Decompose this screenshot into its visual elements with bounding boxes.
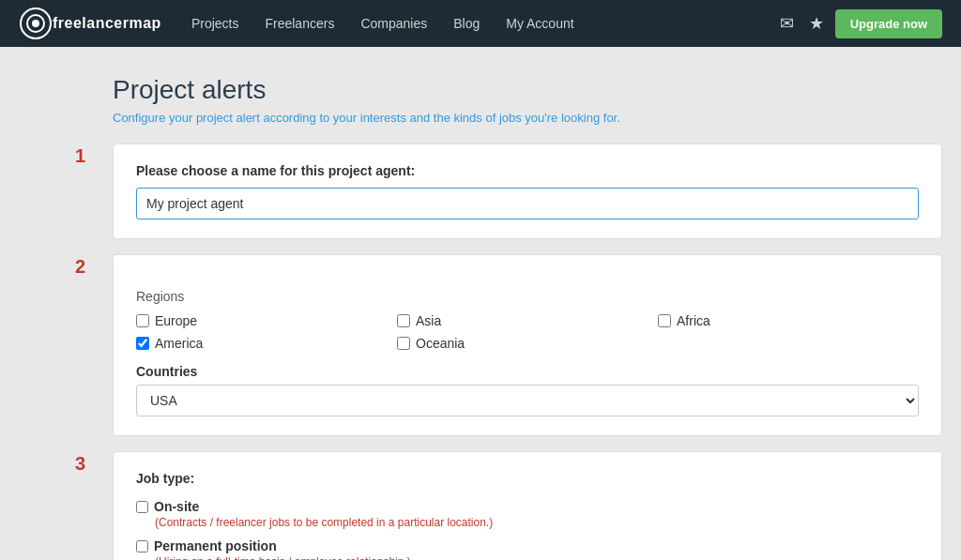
countries-select[interactable]: USA Canada UK Germany xyxy=(136,385,919,416)
logo-text: freelancermap xyxy=(53,15,161,32)
nav-freelancers[interactable]: Freelancers xyxy=(253,10,345,37)
navbar: freelancermap Projects Freelancers Compa… xyxy=(0,0,961,47)
job-type-permanent: Permanent position (Hiring on a full-tim… xyxy=(136,538,919,560)
region-europe[interactable]: Europe xyxy=(136,313,397,328)
page-title-section: Project alerts Configure your project al… xyxy=(75,75,942,125)
logo-icon xyxy=(19,7,53,40)
step2-wrapper: 2 Regions Europe Asia Africa xyxy=(75,254,942,436)
step2-number: 2 xyxy=(75,256,113,278)
job-type-permanent-desc: (Hiring on a full-time basis / employee … xyxy=(155,555,919,560)
region-america[interactable]: America xyxy=(136,336,397,351)
regions-title: Regions xyxy=(136,289,919,304)
step3-card: Job type: On-site (Contracts / freelance… xyxy=(113,451,942,560)
mail-icon[interactable]: ✉ xyxy=(780,13,794,34)
region-asia-checkbox[interactable] xyxy=(397,314,410,327)
svg-point-2 xyxy=(32,20,39,27)
nav-links: Projects Freelancers Companies Blog My A… xyxy=(180,10,780,37)
agent-name-input[interactable] xyxy=(136,188,919,219)
nav-projects[interactable]: Projects xyxy=(180,10,251,37)
page-title: Project alerts xyxy=(113,75,942,105)
step3-wrapper: 3 Job type: On-site (Contracts / freelan… xyxy=(75,451,942,560)
nav-blog[interactable]: Blog xyxy=(442,10,491,37)
agent-name-label: Please choose a name for this project ag… xyxy=(136,163,919,178)
star-icon[interactable]: ★ xyxy=(809,13,824,34)
step3-number: 3 xyxy=(75,453,113,475)
step1-wrapper: 1 Please choose a name for this project … xyxy=(75,144,942,239)
nav-icons: ✉ ★ xyxy=(780,13,824,34)
nav-companies[interactable]: Companies xyxy=(349,10,438,37)
region-africa-checkbox[interactable] xyxy=(658,314,671,327)
job-type-onsite: On-site (Contracts / freelancer jobs to … xyxy=(136,499,919,529)
nav-my-account[interactable]: My Account xyxy=(495,10,585,37)
logo[interactable]: freelancermap xyxy=(19,7,161,40)
region-oceania-label: Oceania xyxy=(416,336,465,351)
region-oceania[interactable]: Oceania xyxy=(397,336,658,351)
page-wrapper: Project alerts Configure your project al… xyxy=(0,47,961,560)
region-asia-label: Asia xyxy=(416,313,441,328)
region-america-checkbox[interactable] xyxy=(136,337,149,350)
job-type-onsite-label: On-site xyxy=(154,499,199,514)
region-america-label: America xyxy=(155,336,203,351)
region-europe-label: Europe xyxy=(155,313,197,328)
job-type-onsite-desc: (Contracts / freelancer jobs to be compl… xyxy=(155,516,919,529)
step2-card: Regions Europe Asia Africa A xyxy=(113,254,942,436)
regions-grid: Europe Asia Africa America Oceania xyxy=(136,313,919,351)
countries-label: Countries xyxy=(136,364,919,379)
region-europe-checkbox[interactable] xyxy=(136,314,149,327)
job-type-onsite-checkbox[interactable] xyxy=(136,501,148,513)
region-oceania-checkbox[interactable] xyxy=(397,337,410,350)
step1-card: Please choose a name for this project ag… xyxy=(113,144,942,239)
region-africa[interactable]: Africa xyxy=(658,313,919,328)
region-asia[interactable]: Asia xyxy=(397,313,658,328)
step1-number: 1 xyxy=(75,145,113,167)
job-type-label: Job type: xyxy=(136,471,919,486)
job-type-permanent-checkbox[interactable] xyxy=(136,540,148,552)
upgrade-button[interactable]: Upgrade now xyxy=(835,9,942,38)
page-subtitle: Configure your project alert according t… xyxy=(113,111,942,125)
job-type-permanent-label: Permanent position xyxy=(154,538,277,553)
region-africa-label: Africa xyxy=(677,313,710,328)
